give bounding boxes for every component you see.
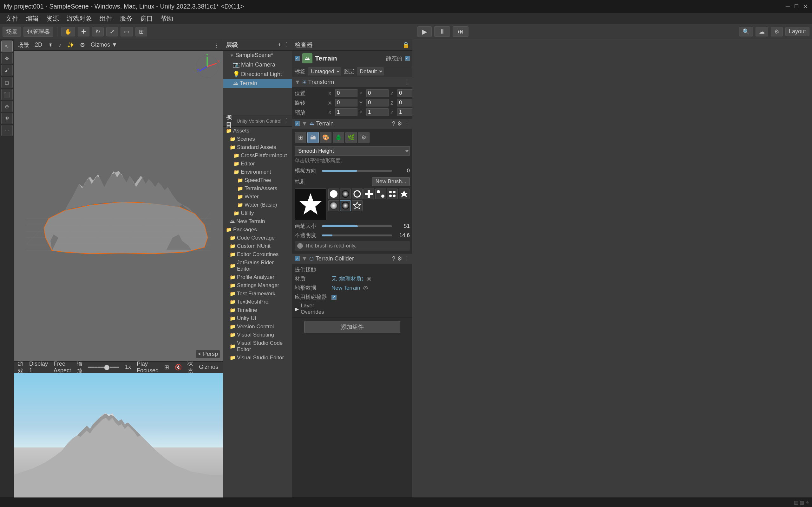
brush-tool[interactable]: 🖌 xyxy=(1,65,13,76)
scene-light-btn[interactable]: ☀ xyxy=(46,41,55,49)
project-terrain-assets[interactable]: 📁 TerrainAssets xyxy=(223,184,292,193)
place-trees-btn[interactable]: 🌲 xyxy=(333,132,344,143)
hierarchy-add-btn[interactable]: + xyxy=(278,42,281,49)
collider-enable-cb[interactable] xyxy=(295,256,300,261)
project-more-btn[interactable]: ⋮ xyxy=(283,117,289,124)
inspector-lock-btn[interactable]: 🔒 xyxy=(402,41,410,49)
material-target-btn[interactable]: ◎ xyxy=(367,275,371,282)
minimize-btn[interactable]: ─ xyxy=(786,3,790,10)
display-select[interactable]: Display 1 xyxy=(27,361,50,375)
transform-menu-btn[interactable]: ⋮ xyxy=(404,78,410,86)
rect-tool[interactable]: ▭ xyxy=(120,27,133,37)
brush-custom-1[interactable] xyxy=(399,188,409,199)
eraser-tool[interactable]: ◻ xyxy=(1,77,13,88)
paint-height-btn[interactable]: 🏔 xyxy=(307,132,319,143)
scale-x-input[interactable] xyxy=(335,108,357,116)
close-btn[interactable]: ✕ xyxy=(803,3,808,10)
project-vscode-editor[interactable]: 📁 Visual Studio Code Editor xyxy=(223,339,292,354)
project-vs-editor[interactable]: 📁 Visual Studio Editor xyxy=(223,354,292,362)
menu-gameobject[interactable]: 游戏对象 xyxy=(63,14,95,23)
transform-tool[interactable]: ⊞ xyxy=(136,27,147,37)
object-enable-checkbox[interactable] xyxy=(295,56,300,61)
zoom-tool[interactable]: ⊕ xyxy=(1,101,13,112)
play-focused-btn[interactable]: Play Focused xyxy=(135,361,160,375)
collider-settings-btn[interactable]: ⚙ xyxy=(397,255,402,262)
zoom-slider[interactable]: ━━━━━⬤━━━ xyxy=(86,363,121,371)
project-new-terrain[interactable]: ⛰ New Terrain xyxy=(223,217,292,226)
project-scenes-folder[interactable]: 📁 Scenes xyxy=(223,135,292,143)
project-textmeshpro[interactable]: 📁 TextMeshPro xyxy=(223,298,292,306)
project-custom-nunit[interactable]: 📁 Custom NUnit xyxy=(223,242,292,250)
brush-soft-circle[interactable] xyxy=(328,200,339,211)
enable-tree-checkbox[interactable] xyxy=(332,295,337,300)
hierarchy-item-scene[interactable]: ▼ SampleScene* xyxy=(223,51,292,60)
move-tool[interactable]: ✚ xyxy=(78,27,90,37)
menu-component[interactable]: 组件 xyxy=(96,14,115,23)
project-version-control[interactable]: 📁 Version Control xyxy=(223,323,292,331)
aspect-select[interactable]: Free Aspect xyxy=(52,361,73,375)
brush-circle-soft[interactable] xyxy=(340,188,351,199)
project-settings-manager[interactable]: 📁 Settings Manager xyxy=(223,281,292,290)
brush-star-preview[interactable] xyxy=(295,188,326,220)
project-rider-editor[interactable]: 📁 JetBrains Rider Editor xyxy=(223,259,292,273)
menu-file[interactable]: 文件 xyxy=(3,14,21,23)
project-environment[interactable]: 📁 Environment xyxy=(223,168,292,176)
create-neighbor-btn[interactable]: ⊞ xyxy=(295,132,306,143)
maximize-btn[interactable]: □ xyxy=(795,3,798,10)
scene-2d-btn[interactable]: 2D xyxy=(33,41,44,49)
maximize-game-btn[interactable]: ⊞ xyxy=(162,363,171,372)
layer-overrides-arrow[interactable]: ▶ xyxy=(295,306,299,313)
terrain-settings-btn[interactable]: ⚙ xyxy=(397,120,402,127)
collider-menu-btn[interactable]: ⋮ xyxy=(404,255,410,262)
menu-window[interactable]: 窗口 xyxy=(137,14,156,23)
object-name[interactable]: Terrain xyxy=(315,55,384,62)
scale-z-input[interactable] xyxy=(397,108,412,116)
new-brush-btn[interactable]: New Brush... xyxy=(372,177,410,186)
project-standard-assets[interactable]: 📁 Standard Assets xyxy=(223,143,292,152)
project-speedtree[interactable]: 📁 SpeedTree xyxy=(223,176,292,184)
pos-y-input[interactable] xyxy=(366,89,389,97)
scale-tool[interactable]: ⤢ xyxy=(106,27,118,37)
paint-tool[interactable]: ⬛ xyxy=(1,89,13,100)
brush-dots-1[interactable] xyxy=(375,188,386,199)
add-component-btn[interactable]: 添加组件 xyxy=(304,321,400,333)
layout-btn[interactable]: Layout xyxy=(785,27,809,36)
pos-x-input[interactable] xyxy=(335,89,357,97)
project-packages-folder[interactable]: 📁 Packages xyxy=(223,226,292,234)
project-utility[interactable]: 📁 Utility xyxy=(223,209,292,217)
opacity-slider[interactable] xyxy=(322,234,392,236)
select-tool[interactable]: ↖ xyxy=(1,41,13,52)
brush-size-slider[interactable] xyxy=(322,225,392,227)
menu-edit[interactable]: 编辑 xyxy=(23,14,42,23)
paint-texture-btn[interactable]: 🎨 xyxy=(320,132,332,143)
brush-circle-solid[interactable] xyxy=(328,188,339,199)
scene-tab-btn[interactable]: 场景 xyxy=(3,26,21,37)
rotate-tool[interactable]: ↻ xyxy=(92,27,104,37)
menu-help[interactable]: 帮助 xyxy=(157,14,176,23)
rot-z-input[interactable] xyxy=(397,99,412,107)
game-gizmos-btn[interactable]: Gizmos xyxy=(197,363,220,371)
paint-details-btn[interactable]: 🌿 xyxy=(345,132,357,143)
smooth-height-select[interactable]: Smooth Height xyxy=(295,147,410,156)
hierarchy-more-btn[interactable]: ⋮ xyxy=(283,41,289,49)
terrain-help-btn[interactable]: ? xyxy=(392,120,395,127)
window-controls[interactable]: ─ □ ✕ xyxy=(786,3,808,10)
project-unity-ui[interactable]: 📁 Unity UI xyxy=(223,314,292,323)
scene-tab[interactable]: 场景 xyxy=(16,41,31,49)
collider-help-btn[interactable]: ? xyxy=(392,256,395,262)
scene-gizmo[interactable]: X Y Z xyxy=(194,54,220,79)
settings-btn[interactable]: ⚙ xyxy=(771,27,783,37)
brush-circle-gradient[interactable] xyxy=(340,200,351,211)
project-test-framework[interactable]: 📁 Test Framework xyxy=(223,290,292,298)
pkg-mgr-btn[interactable]: 包管理器 xyxy=(23,26,53,37)
transform-section-header[interactable]: ▼ ⊞ Transform ⋮ xyxy=(292,77,412,87)
project-crossplatform[interactable]: 📁 CrossPlatformInput xyxy=(223,152,292,160)
move-tool-side[interactable]: ✥ xyxy=(1,53,13,64)
play-button[interactable]: ▶ xyxy=(417,26,432,37)
terrain-section-header[interactable]: ▼ ⛰ Terrain ? ⚙ ⋮ xyxy=(292,118,412,129)
terrain-settings-tool-btn[interactable]: ⚙ xyxy=(358,132,369,143)
pos-z-input[interactable] xyxy=(397,89,412,97)
mute-btn[interactable]: 🔇 xyxy=(173,363,184,372)
project-timeline[interactable]: 📁 Timeline xyxy=(223,306,292,314)
project-assets-folder[interactable]: 📁 Assets xyxy=(223,127,292,135)
